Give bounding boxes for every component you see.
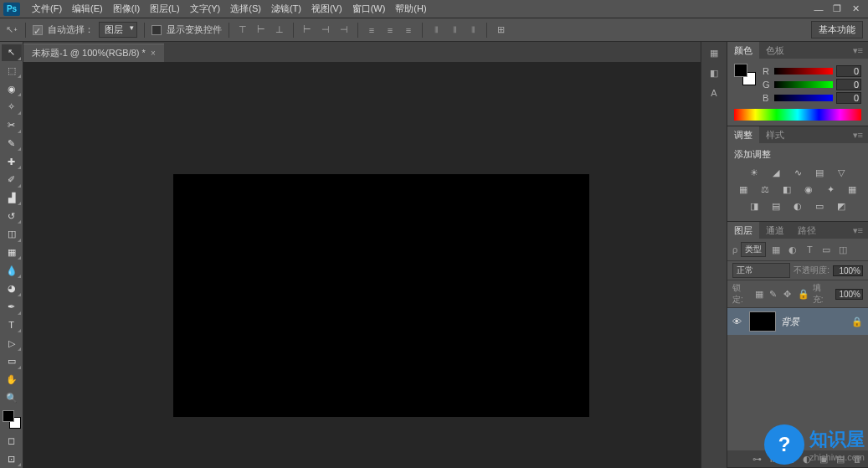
minimize-icon[interactable]: — — [813, 3, 824, 15]
panel-menu-icon[interactable]: ▾≡ — [848, 130, 868, 141]
type-tool[interactable]: T — [2, 317, 22, 334]
zoom-tool[interactable]: 🔍 — [2, 389, 22, 406]
history-brush-tool[interactable]: ↺ — [2, 208, 22, 224]
distribute-bottom-icon[interactable]: ≡ — [402, 23, 415, 37]
posterize-icon[interactable]: ▤ — [768, 199, 783, 213]
show-transform-checkbox[interactable] — [152, 25, 162, 35]
link-layers-icon[interactable]: ⊶ — [751, 453, 763, 465]
menu-file[interactable]: 文件(F) — [27, 3, 67, 15]
distribute-top-icon[interactable]: ≡ — [365, 23, 378, 37]
auto-select-dropdown[interactable]: 图层 — [99, 22, 137, 38]
distribute-right-icon[interactable]: ⦀ — [466, 23, 480, 37]
align-left-icon[interactable]: ⊢ — [300, 23, 314, 37]
menu-select[interactable]: 选择(S) — [225, 3, 266, 15]
healing-brush-tool[interactable]: ✚ — [2, 153, 22, 170]
levels-icon[interactable]: ◢ — [768, 166, 783, 179]
distribute-vcenter-icon[interactable]: ≡ — [383, 23, 397, 37]
gradient-tool[interactable]: ▦ — [2, 244, 22, 261]
history-panel-icon[interactable]: ▦ — [706, 45, 722, 60]
hand-tool[interactable]: ✋ — [2, 372, 22, 388]
document-tab[interactable]: 未标题-1 @ 100%(RGB/8) * × — [23, 44, 164, 62]
filter-pixel-icon[interactable]: ▦ — [769, 243, 783, 256]
move-tool[interactable]: ↖ — [2, 44, 22, 61]
filter-type-icon[interactable]: T — [803, 243, 816, 256]
dodge-tool[interactable]: ◕ — [2, 280, 22, 297]
menu-view[interactable]: 视图(V) — [306, 3, 347, 15]
b-value[interactable]: 0 — [836, 92, 861, 104]
panel-menu-icon[interactable]: ▾≡ — [848, 45, 868, 56]
layer-name[interactable]: 背景 — [781, 316, 799, 328]
screen-mode-icon[interactable]: ⊡ — [2, 450, 22, 467]
align-bottom-icon[interactable]: ⊥ — [273, 23, 286, 37]
fill-value[interactable]: 100% — [835, 289, 863, 300]
tab-swatches[interactable]: 色板 — [759, 42, 791, 59]
clone-stamp-tool[interactable]: ▟ — [2, 190, 22, 207]
invert-icon[interactable]: ◨ — [747, 199, 762, 213]
crop-tool[interactable]: ✂ — [2, 117, 22, 134]
g-slider[interactable] — [774, 81, 833, 88]
align-right-icon[interactable]: ⊣ — [337, 23, 351, 37]
layer-row[interactable]: 👁 背景 🔒 — [727, 308, 868, 335]
tab-styles[interactable]: 样式 — [759, 126, 791, 143]
lock-transparency-icon[interactable]: ▦ — [755, 289, 764, 299]
brush-tool[interactable]: ✐ — [2, 172, 22, 188]
lock-pixels-icon[interactable]: ✎ — [769, 289, 778, 299]
pen-tool[interactable]: ✒ — [2, 299, 22, 316]
distribute-hcenter-icon[interactable]: ⦀ — [448, 23, 461, 37]
b-slider[interactable] — [774, 95, 833, 101]
magic-wand-tool[interactable]: ✧ — [2, 99, 22, 116]
workspace-switcher[interactable]: 基本功能 — [811, 21, 863, 39]
shape-tool[interactable]: ▭ — [2, 353, 22, 370]
tab-adjustments[interactable]: 调整 — [727, 126, 759, 143]
eraser-tool[interactable]: ◫ — [2, 226, 22, 243]
blend-mode-dropdown[interactable]: 正常 — [732, 263, 790, 278]
auto-align-icon[interactable]: ⊞ — [494, 23, 507, 37]
menu-filter[interactable]: 滤镜(T) — [266, 3, 306, 15]
lasso-tool[interactable]: ◉ — [2, 80, 22, 97]
menu-image[interactable]: 图像(I) — [108, 3, 145, 15]
canvas[interactable] — [174, 175, 588, 416]
maximize-icon[interactable]: ❐ — [831, 3, 843, 15]
g-value[interactable]: 0 — [836, 79, 861, 90]
vibrance-icon[interactable]: ▽ — [834, 166, 849, 179]
filter-adjust-icon[interactable]: ◐ — [786, 243, 799, 256]
character-panel-icon[interactable]: A — [706, 85, 722, 100]
auto-select-checkbox[interactable]: ✓ — [33, 25, 43, 35]
menu-type[interactable]: 文字(Y) — [185, 3, 226, 15]
tab-paths[interactable]: 路径 — [791, 222, 823, 239]
lock-position-icon[interactable]: ✥ — [783, 289, 793, 299]
align-top-icon[interactable]: ⊤ — [236, 23, 249, 37]
menu-help[interactable]: 帮助(H) — [390, 3, 431, 15]
exposure-icon[interactable]: ▤ — [812, 166, 827, 179]
foreground-color-swatch[interactable] — [3, 410, 14, 422]
color-lookup-icon[interactable]: ▦ — [845, 183, 860, 196]
filter-shape-icon[interactable]: ▭ — [819, 243, 833, 256]
r-slider[interactable] — [774, 68, 833, 75]
brightness-icon[interactable]: ☀ — [747, 166, 762, 179]
eyedropper-tool[interactable]: ✎ — [2, 136, 22, 152]
curves-icon[interactable]: ∿ — [790, 166, 805, 179]
tab-color[interactable]: 颜色 — [727, 42, 759, 59]
spectrum-ramp[interactable] — [734, 109, 861, 121]
channel-mixer-icon[interactable]: ✦ — [823, 183, 838, 196]
tab-channels[interactable]: 通道 — [759, 222, 791, 239]
color-balance-icon[interactable]: ⚖ — [758, 183, 773, 196]
opacity-value[interactable]: 100% — [833, 265, 863, 276]
visibility-icon[interactable]: 👁 — [732, 316, 744, 327]
properties-panel-icon[interactable]: ◧ — [706, 65, 722, 80]
panel-fg-swatch[interactable] — [734, 64, 747, 77]
panel-color-swatches[interactable] — [734, 64, 756, 85]
threshold-icon[interactable]: ◐ — [790, 199, 805, 213]
marquee-tool[interactable]: ⬚ — [2, 63, 22, 80]
distribute-left-icon[interactable]: ⦀ — [429, 23, 443, 37]
path-selection-tool[interactable]: ▷ — [2, 335, 22, 352]
close-icon[interactable]: ✕ — [850, 3, 861, 15]
align-vcenter-icon[interactable]: ⊢ — [254, 23, 268, 37]
layer-kind-dropdown[interactable]: 类型 — [741, 242, 766, 257]
menu-layer[interactable]: 图层(L) — [145, 3, 184, 15]
align-hcenter-icon[interactable]: ⊣ — [319, 23, 332, 37]
gradient-map-icon[interactable]: ▭ — [812, 199, 827, 213]
blur-tool[interactable]: 💧 — [2, 262, 22, 279]
r-value[interactable]: 0 — [836, 65, 861, 77]
selective-color-icon[interactable]: ◩ — [834, 199, 849, 213]
